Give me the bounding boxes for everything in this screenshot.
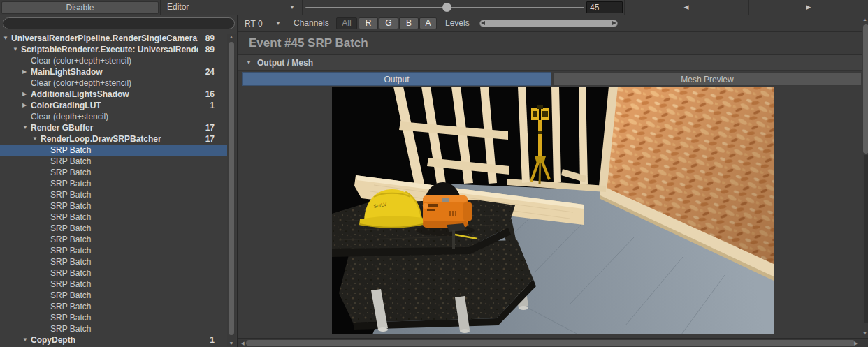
tree-row[interactable]: ▼ScriptableRenderer.Execute: UniversalRe… bbox=[0, 44, 227, 55]
foldout-expanded-icon[interactable]: ▼ bbox=[22, 334, 28, 346]
tree-row[interactable]: Clear (color+depth+stencil) bbox=[0, 55, 227, 66]
render-target-dropdown[interactable]: RT 0 ▼ bbox=[240, 17, 287, 31]
foldout-collapsed-icon[interactable]: ▶ bbox=[22, 66, 27, 77]
tree-row-label: SRP Batch bbox=[50, 200, 198, 212]
horizontal-scrollbar-thumb[interactable] bbox=[246, 340, 855, 346]
scroll-up-icon[interactable]: ▲ bbox=[862, 17, 868, 22]
tree-row[interactable]: SRP Batch bbox=[0, 212, 227, 223]
editor-dropdown[interactable]: Editor ▼ bbox=[160, 0, 303, 15]
event-number-field[interactable] bbox=[586, 1, 623, 13]
render-output-preview: SurLV bbox=[332, 87, 774, 334]
tree-row[interactable]: SRP Batch bbox=[0, 279, 227, 290]
tree-row-label: Clear (color+depth+stencil) bbox=[31, 55, 198, 66]
tree-row[interactable]: ▼UniversalRenderPipeline.RenderSingleCam… bbox=[0, 33, 227, 44]
tree-row-label: SRP Batch bbox=[50, 256, 198, 267]
levels-max-handle[interactable] bbox=[612, 21, 616, 25]
scroll-up-icon[interactable]: ▲ bbox=[227, 34, 236, 39]
foldout-expanded-icon[interactable]: ▼ bbox=[246, 55, 252, 71]
chevron-down-icon: ▼ bbox=[289, 0, 295, 15]
viewer-toolbar: RT 0 ▼ Channels AllRGBA Levels bbox=[238, 15, 862, 32]
foldout-expanded-icon[interactable]: ▼ bbox=[3, 33, 8, 44]
tree-row[interactable]: SRP Batch bbox=[0, 156, 227, 167]
event-slider-thumb[interactable] bbox=[442, 3, 451, 12]
tree-row[interactable]: ▼CopyDepth1 bbox=[0, 334, 227, 346]
disable-button[interactable]: Disable bbox=[1, 1, 159, 14]
scroll-down-icon[interactable]: ▼ bbox=[862, 331, 868, 336]
detail-scrollbar-track[interactable] bbox=[864, 155, 868, 323]
tree-row[interactable]: SRP Batch bbox=[0, 245, 227, 256]
horizontal-scrollbar[interactable]: ◀ ▶ bbox=[238, 338, 868, 347]
channel-button-a[interactable]: A bbox=[419, 17, 437, 29]
tree-row[interactable]: SRP Batch bbox=[0, 301, 227, 312]
event-title: Event #45 SRP Batch bbox=[249, 32, 738, 54]
tree-row[interactable]: SRP Batch bbox=[0, 234, 227, 245]
tree-row-label: RenderLoop.DrawSRPBatcher bbox=[41, 133, 198, 145]
tree-scrollbar-thumb[interactable] bbox=[229, 42, 234, 335]
foldout-collapsed-icon[interactable]: ▶ bbox=[22, 89, 27, 100]
foldout-expanded-icon[interactable]: ▼ bbox=[13, 44, 18, 55]
tree-row[interactable]: SRP Batch bbox=[0, 145, 227, 156]
detail-scrollbar-thumb[interactable] bbox=[863, 24, 868, 154]
levels-min-handle[interactable] bbox=[481, 21, 485, 25]
tree-row-count: 89 bbox=[205, 33, 215, 44]
tree-row-label: AdditionalLightsShadow bbox=[31, 89, 198, 100]
output-mesh-foldout[interactable]: ▼ Output / Mesh bbox=[238, 54, 862, 71]
tree-row-label: SRP Batch bbox=[50, 189, 198, 200]
tree-row[interactable]: Clear (color+depth+stencil) bbox=[0, 77, 227, 89]
tree-row-label: SRP Batch bbox=[50, 323, 198, 334]
tree-row-label: Clear (color+depth+stencil) bbox=[31, 77, 198, 89]
tree-row-label: SRP Batch bbox=[50, 245, 198, 256]
tree-row-label: Render GBuffer bbox=[31, 122, 198, 133]
tree-row[interactable]: SRP Batch bbox=[0, 223, 227, 234]
tree-row-count: 17 bbox=[205, 133, 215, 145]
event-slider[interactable] bbox=[305, 0, 584, 15]
tree-row[interactable]: SRP Batch bbox=[0, 167, 227, 178]
foldout-expanded-icon[interactable]: ▼ bbox=[32, 133, 38, 145]
tree-row[interactable]: SRP Batch bbox=[0, 267, 227, 279]
tree-row-label: SRP Batch bbox=[50, 301, 198, 312]
tree-row[interactable]: SRP Batch bbox=[0, 200, 227, 212]
tab-mesh-preview[interactable]: Mesh Preview bbox=[553, 72, 862, 86]
event-tree-panel: ▼UniversalRenderPipeline.RenderSingleCam… bbox=[0, 15, 238, 347]
tree-row[interactable]: ▼Render GBuffer17 bbox=[0, 122, 227, 133]
tree-row[interactable]: Clear (depth+stencil) bbox=[0, 111, 227, 122]
tree-row-count: 17 bbox=[205, 122, 215, 133]
tree-row[interactable]: ▼RenderLoop.DrawSRPBatcher17 bbox=[0, 133, 227, 145]
render-target-label: RT 0 bbox=[245, 19, 263, 29]
tree-row-count: 1 bbox=[210, 100, 215, 111]
tree-row[interactable]: SRP Batch bbox=[0, 189, 227, 200]
tree-row-label: SRP Batch bbox=[50, 145, 198, 156]
prev-event-button[interactable]: ◀ bbox=[624, 0, 748, 15]
tree-row[interactable]: SRP Batch bbox=[0, 256, 227, 267]
scroll-right-icon[interactable]: ▶ bbox=[853, 339, 860, 347]
tree-row[interactable]: ▶ColorGradingLUT1 bbox=[0, 100, 227, 111]
tree-row[interactable]: SRP Batch bbox=[0, 178, 227, 189]
channel-button-b[interactable]: B bbox=[399, 17, 419, 29]
tab-output[interactable]: Output bbox=[242, 72, 551, 86]
foldout-expanded-icon[interactable]: ▼ bbox=[22, 122, 28, 133]
foldout-collapsed-icon[interactable]: ▶ bbox=[22, 100, 27, 111]
levels-range-slider[interactable] bbox=[479, 20, 618, 27]
tree-row-label: SRP Batch bbox=[50, 279, 198, 290]
channel-button-g[interactable]: G bbox=[379, 17, 398, 29]
channel-button-r[interactable]: R bbox=[359, 17, 378, 29]
next-event-button[interactable]: ▶ bbox=[748, 0, 868, 15]
tree-row[interactable]: ▶AdditionalLightsShadow16 bbox=[0, 89, 227, 100]
tree-row-label: UniversalRenderPipeline.RenderSingleCame… bbox=[11, 33, 198, 44]
scroll-down-icon[interactable]: ▼ bbox=[227, 341, 236, 346]
event-tree: ▼UniversalRenderPipeline.RenderSingleCam… bbox=[0, 33, 238, 347]
channel-button-all[interactable]: All bbox=[336, 17, 357, 29]
tree-row-label: SRP Batch bbox=[50, 312, 198, 323]
tree-row-count: 1 bbox=[210, 334, 215, 346]
detail-scrollbar[interactable]: ▲ ▼ bbox=[862, 15, 868, 337]
tree-row[interactable]: SRP Batch bbox=[0, 323, 227, 334]
search-input[interactable] bbox=[3, 17, 235, 29]
scroll-left-icon[interactable]: ◀ bbox=[239, 339, 246, 347]
chevron-down-icon: ▼ bbox=[275, 17, 281, 31]
tree-row[interactable]: SRP Batch bbox=[0, 290, 227, 301]
tree-scrollbar[interactable]: ▲ ▼ bbox=[227, 34, 236, 346]
tree-row[interactable]: ▶MainLightShadow24 bbox=[0, 66, 227, 77]
tree-row-label: SRP Batch bbox=[50, 178, 198, 189]
tree-row-label: ColorGradingLUT bbox=[31, 100, 198, 111]
tree-row[interactable]: SRP Batch bbox=[0, 312, 227, 323]
